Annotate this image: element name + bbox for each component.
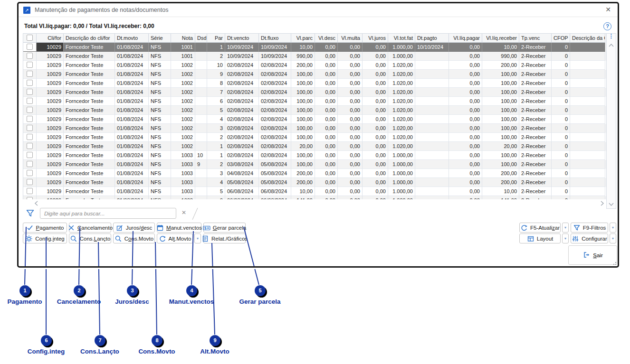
checkbox[interactable] bbox=[27, 35, 33, 41]
toolbar-button-layout-dropdown[interactable]: ▾ bbox=[562, 233, 569, 243]
checkbox[interactable] bbox=[27, 170, 33, 176]
search-input[interactable] bbox=[40, 208, 176, 219]
checkbox[interactable] bbox=[27, 98, 33, 104]
toolbar-button-f5-atualizar[interactable]: F5-Atualizar bbox=[519, 223, 561, 233]
row-checkbox-cell[interactable] bbox=[23, 43, 37, 52]
sair-button[interactable]: Sair bbox=[568, 245, 617, 265]
table-row[interactable]: 10029Forncedor Teste01/08/2024NFS1003506… bbox=[23, 187, 606, 196]
table-row[interactable]: 10029Forncedor Teste01/08/2024NFS1001210… bbox=[23, 52, 606, 61]
toolbar-button-configurar[interactable]: Configurar bbox=[571, 233, 608, 243]
clear-search-icon[interactable]: ✕ bbox=[181, 209, 186, 216]
column-header[interactable]: Dt.pagto bbox=[415, 34, 449, 43]
row-checkbox-cell[interactable] bbox=[23, 70, 37, 79]
column-header[interactable]: Vl.juros bbox=[363, 34, 388, 43]
table-row[interactable]: 10029Forncedor Teste01/08/2024NFS1002502… bbox=[23, 106, 606, 115]
toolbar-button-juros-desc[interactable]: Juros/desc bbox=[113, 223, 155, 233]
toolbar-button-layout[interactable]: Layout bbox=[519, 233, 561, 243]
column-header[interactable]: Vl.multa bbox=[338, 34, 363, 43]
column-header[interactable]: Vl.desc bbox=[315, 34, 338, 43]
column-header[interactable]: Vl.líq.pagar bbox=[449, 34, 482, 43]
column-header[interactable]: Dt.vencto bbox=[225, 34, 259, 43]
toolbar-button-alt-movto-dropdown[interactable]: ▾ bbox=[194, 233, 201, 243]
toolbar-button-f9-filtros-dropdown[interactable]: ▾ bbox=[610, 223, 616, 233]
toolbar-button-cons-lan-to[interactable]: Cons.Lançto bbox=[69, 233, 111, 243]
row-checkbox-cell[interactable] bbox=[23, 151, 37, 160]
checkbox[interactable] bbox=[27, 53, 33, 59]
toolbar-button-f9-filtros[interactable]: F9-Filtros bbox=[571, 223, 608, 233]
toolbar-button-cancelamento[interactable]: Cancelamento bbox=[69, 223, 111, 233]
table-row[interactable]: 10029Forncedor Teste01/08/2024NFS1002402… bbox=[23, 115, 606, 124]
column-menu-icon[interactable]: ⋮ bbox=[607, 35, 616, 37]
checkbox[interactable] bbox=[27, 179, 33, 185]
table-row[interactable]: 10029Forncedor Teste01/08/2024NFS1003920… bbox=[23, 160, 606, 169]
table-row[interactable]: 10029Forncedor Teste01/08/2024NFS1002202… bbox=[23, 133, 606, 142]
column-header[interactable]: Descrição do cli/for bbox=[64, 34, 115, 43]
table-row[interactable]: 10029Forncedor Teste01/08/2024NFS1003304… bbox=[23, 169, 606, 178]
row-checkbox-cell[interactable] bbox=[23, 61, 37, 70]
toolbar-button-gerar-parcela[interactable]: $Gerar parcela bbox=[203, 223, 246, 233]
table-row[interactable]: 10029Forncedor Teste01/08/2024NFS1003906… bbox=[23, 196, 606, 199]
chevron-up-icon[interactable] bbox=[608, 42, 615, 49]
checkbox[interactable] bbox=[27, 107, 33, 113]
column-header[interactable]: Série bbox=[149, 34, 171, 43]
column-header[interactable]: CFOP bbox=[552, 34, 570, 43]
toolbar-button-manut-venctos[interactable]: Manut.venctos bbox=[157, 223, 201, 233]
table-row[interactable]: 10029Forncedor Teste01/08/2024NFS1002902… bbox=[23, 70, 606, 79]
column-header[interactable]: Tp.venc bbox=[519, 34, 552, 43]
vertical-scrollbar[interactable]: ⋮ bbox=[606, 33, 616, 209]
table-row[interactable]: 10029Forncedor Teste01/08/2024NFS1002802… bbox=[23, 79, 606, 88]
checkbox[interactable] bbox=[27, 125, 33, 131]
select-all-header[interactable] bbox=[23, 34, 37, 43]
checkbox[interactable] bbox=[27, 188, 33, 194]
toolbar-button-alt-movto[interactable]: Alt.Movto bbox=[157, 233, 193, 243]
horizontal-scrollbar[interactable] bbox=[23, 200, 606, 206]
checkbox[interactable] bbox=[27, 134, 33, 140]
checkbox[interactable] bbox=[27, 62, 33, 68]
row-checkbox-cell[interactable] bbox=[23, 196, 37, 199]
row-checkbox-cell[interactable] bbox=[23, 115, 37, 124]
column-header[interactable]: Vl.tot.fat bbox=[388, 34, 415, 43]
toolbar-button-cons-movto[interactable]: Cons.Movto bbox=[113, 233, 155, 243]
row-checkbox-cell[interactable] bbox=[23, 178, 37, 187]
column-header[interactable]: Vl.líq.receber bbox=[482, 34, 519, 43]
checkbox[interactable] bbox=[27, 44, 33, 50]
toolbar-button-config-integ[interactable]: Config.integ bbox=[23, 233, 67, 243]
row-checkbox-cell[interactable] bbox=[23, 169, 37, 178]
column-header[interactable]: Descrição da CFOP bbox=[570, 34, 605, 43]
row-checkbox-cell[interactable] bbox=[23, 142, 37, 151]
row-checkbox-cell[interactable] bbox=[23, 160, 37, 169]
table-row[interactable]: 10029Forncedor Teste01/08/2024NFS1002102… bbox=[23, 142, 606, 151]
checkbox[interactable] bbox=[27, 197, 33, 199]
table-row[interactable]: 10029Forncedor Teste01/08/2024NFS1002602… bbox=[23, 97, 606, 106]
chevron-right-icon[interactable] bbox=[599, 200, 605, 206]
column-header[interactable]: Dt.fluxo bbox=[259, 34, 291, 43]
row-checkbox-cell[interactable] bbox=[23, 124, 37, 133]
toolbar-button-f5-atualizar-dropdown[interactable]: ▾ bbox=[562, 223, 569, 233]
toolbar-button-relat-gr-ficos[interactable]: Relat./Gráficos bbox=[203, 233, 246, 243]
window-titlebar[interactable]: ↗ Manutenção de pagamentos de notas/docu… bbox=[19, 3, 618, 17]
table-row[interactable]: 10029Forncedor Teste01/08/2024NFS1002302… bbox=[23, 124, 606, 133]
checkbox[interactable] bbox=[27, 80, 33, 86]
row-checkbox-cell[interactable] bbox=[23, 52, 37, 61]
table-row[interactable]: 10029Forncedor Teste01/08/2024NFS1003101… bbox=[23, 151, 606, 160]
table-row[interactable]: 10029Forncedor Teste01/08/2024NFS1002100… bbox=[23, 61, 606, 70]
toolbar-button-configurar-dropdown[interactable]: ▾ bbox=[610, 233, 616, 243]
column-header[interactable]: Nota bbox=[171, 34, 195, 43]
chevron-down-icon[interactable] bbox=[608, 201, 615, 207]
checkbox[interactable] bbox=[27, 161, 33, 167]
column-header[interactable]: Cli/for bbox=[37, 34, 64, 43]
table-row[interactable]: 10029Forncedor Teste01/08/2024NFS1001110… bbox=[23, 43, 606, 52]
row-checkbox-cell[interactable] bbox=[23, 187, 37, 196]
toolbar-button-pagamento[interactable]: Pagamento bbox=[23, 223, 67, 233]
checkbox[interactable] bbox=[27, 143, 33, 149]
help-icon[interactable]: ? bbox=[603, 22, 611, 30]
column-header[interactable]: Par bbox=[207, 34, 225, 43]
row-checkbox-cell[interactable] bbox=[23, 88, 37, 97]
chevron-left-icon[interactable] bbox=[33, 200, 40, 206]
row-checkbox-cell[interactable] bbox=[23, 106, 37, 115]
column-header[interactable]: Dsd bbox=[195, 34, 207, 43]
checkbox[interactable] bbox=[27, 116, 33, 122]
column-header[interactable]: Vl.parc bbox=[291, 34, 315, 43]
row-checkbox-cell[interactable] bbox=[23, 133, 37, 142]
row-checkbox-cell[interactable] bbox=[23, 79, 37, 88]
